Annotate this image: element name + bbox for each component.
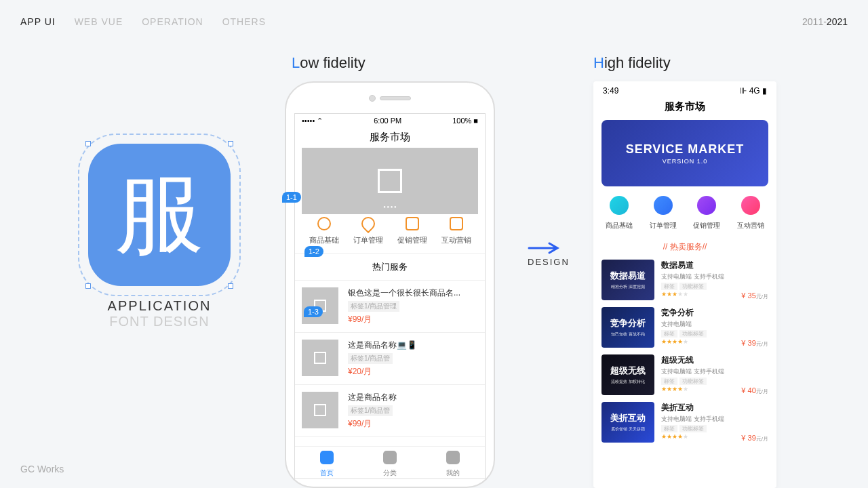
nav-others[interactable]: OTHERS <box>222 16 266 27</box>
service-item[interactable]: 美折互动底价促销 天天拼团美折互动支持电脑端 支持手机端标签功能标签★★★★★¥… <box>601 402 768 443</box>
item-tag: 标签1/商品管理 <box>348 301 399 312</box>
item-price: ¥99/月 <box>348 418 397 430</box>
chat-icon <box>317 217 331 230</box>
item-tag: 标签1/商品管 <box>348 405 393 416</box>
cat-订单管理[interactable]: 订单管理 <box>642 196 686 230</box>
service-list: 数据易道精准分析 深度挖掘数据易道支持电脑端 支持手机端标签功能标签★★★★★¥… <box>593 260 776 443</box>
category-icon <box>654 196 673 215</box>
service-name: 竞争分析 <box>661 307 768 319</box>
tab-category[interactable]: 分类 <box>358 447 421 479</box>
handle-icon <box>85 283 91 289</box>
icon-guides <box>78 134 241 296</box>
app-icon: 服 <box>88 144 231 286</box>
image-icon <box>314 352 326 364</box>
tab-home[interactable]: 首页 <box>295 447 358 479</box>
service-price: ¥ 40元/月 <box>741 386 768 395</box>
cat-互动营销[interactable]: 互动营销 <box>729 196 773 230</box>
page-title: 服务市场 <box>295 128 485 148</box>
item-name: 这是商品名称 <box>348 392 397 403</box>
grid-icon <box>383 451 397 464</box>
year-range: 2011-2021 <box>802 16 848 27</box>
service-thumb: 超级无线流粉提效 加权转化 <box>601 354 654 395</box>
nav-app-ui[interactable]: APP UI <box>20 16 56 27</box>
nav-operation[interactable]: OPERATION <box>142 16 203 27</box>
hero-banner[interactable]: SERVICE MARKET VERSION 1.0 <box>601 120 768 186</box>
marker-1-1: 1-1 <box>282 192 301 203</box>
service-support: 支持电脑端 支持手机端 <box>661 272 768 281</box>
cat-互动营销[interactable]: 互动营销 <box>434 217 478 245</box>
high-fidelity-title: High fidelity <box>593 54 671 72</box>
category-row: 商品基础 订单管理 促销管理 互动营销 <box>295 209 485 254</box>
service-tags: 标签功能标签 <box>661 378 768 385</box>
item-name: 这是商品名称💻📱 <box>348 340 417 351</box>
thumb-placeholder <box>302 340 338 376</box>
service-price: ¥ 35元/月 <box>741 291 768 300</box>
cat-订单管理[interactable]: 订单管理 <box>346 217 390 245</box>
item-name: 银色这是一个很长很长商品名... <box>348 287 460 299</box>
cat-商品基础[interactable]: 商品基础 <box>302 217 346 245</box>
list-item[interactable]: 这是商品名称标签1/商品管¥99/月 <box>295 385 485 437</box>
category-row: 商品基础订单管理促销管理互动营销 <box>593 186 776 237</box>
service-thumb: 数据易道精准分析 深度挖掘 <box>601 260 654 300</box>
lofi-phone: ••••• ⌃6:00 PM100% ■ 服务市场 ● ● ● ● 商品基础 订… <box>285 81 495 488</box>
nav-web-vue[interactable]: WEB VUE <box>75 16 123 27</box>
category-label: 互动营销 <box>737 222 764 229</box>
service-item[interactable]: 超级无线流粉提效 加权转化超级无线支持电脑端 支持手机端标签功能标签★★★★★¥… <box>601 354 768 395</box>
service-thumb: 美折互动底价促销 天天拼团 <box>601 402 654 443</box>
tab-bar: 首页 分类 我的 <box>295 446 485 479</box>
cat-商品基础[interactable]: 商品基础 <box>597 196 642 230</box>
section-title: 热门服务 <box>295 254 485 281</box>
service-item[interactable]: 数据易道精准分析 深度挖掘数据易道支持电脑端 支持手机端标签功能标签★★★★★¥… <box>601 260 768 300</box>
hifi-screen: 3:49⊪ 4G ▮ 服务市场 SERVICE MARKET VERSION 1… <box>593 81 776 488</box>
status-bar: 3:49⊪ 4G ▮ <box>593 81 776 98</box>
category-label: 促销管理 <box>693 222 720 229</box>
service-support: 支持电脑端 支持手机端 <box>661 415 768 424</box>
marker-1-2: 1-2 <box>304 246 323 257</box>
image-icon <box>314 404 326 416</box>
user-icon <box>446 451 460 464</box>
cat-促销管理[interactable]: 促销管理 <box>390 217 434 245</box>
service-tags: 标签功能标签 <box>661 283 768 290</box>
service-item[interactable]: 竞争分析知己知彼 百战不殆竞争分析支持电脑端标签功能标签★★★★★¥ 39元/月 <box>601 307 768 348</box>
status-bar: ••••• ⌃6:00 PM100% ■ <box>295 114 485 128</box>
category-icon <box>697 196 716 215</box>
design-arrow: DESIGN <box>528 241 570 268</box>
low-fidelity-title: Low fidelity <box>292 54 366 72</box>
service-support: 支持电脑端 <box>661 320 768 329</box>
gift-icon <box>406 217 419 230</box>
service-thumb: 竞争分析知己知彼 百战不殆 <box>601 307 654 348</box>
category-icon <box>610 196 629 215</box>
service-name: 美折互动 <box>661 402 768 413</box>
footer-credit: GC Works <box>20 464 64 474</box>
pin-icon <box>358 214 377 233</box>
category-label: 商品基础 <box>606 222 633 229</box>
section-title: 热卖服务 <box>593 237 776 260</box>
cat-促销管理[interactable]: 促销管理 <box>685 196 729 230</box>
lofi-screen: ••••• ⌃6:00 PM100% ■ 服务市场 ● ● ● ● 商品基础 订… <box>294 113 486 479</box>
item-price: ¥20/月 <box>348 366 417 378</box>
thumb-placeholder <box>302 392 338 428</box>
item-tag: 标签1/商品管 <box>348 353 393 364</box>
category-icon <box>741 196 760 215</box>
service-name: 超级无线 <box>661 354 768 366</box>
phone-notch <box>286 83 494 113</box>
tab-mine[interactable]: 我的 <box>422 447 485 479</box>
list-item[interactable]: 银色这是一个很长很长商品名...标签1/商品管理¥99/月 <box>295 281 485 333</box>
service-price: ¥ 39元/月 <box>741 434 768 443</box>
handle-icon <box>228 141 233 146</box>
service-tags: 标签功能标签 <box>661 425 768 432</box>
app-icon-label: APPLICATION FONT DESIGN <box>88 298 231 329</box>
product-list: 银色这是一个很长很长商品名...标签1/商品管理¥99/月这是商品名称💻📱标签1… <box>295 281 485 437</box>
home-icon <box>320 451 334 464</box>
item-price: ¥99/月 <box>348 314 460 325</box>
list-item[interactable]: 这是商品名称💻📱标签1/商品管¥20/月 <box>295 333 485 385</box>
service-tags: 标签功能标签 <box>661 330 768 338</box>
service-support: 支持电脑端 支持手机端 <box>661 367 768 376</box>
calendar-icon <box>450 217 463 230</box>
thumb-placeholder <box>302 287 338 324</box>
category-label: 订单管理 <box>650 222 677 229</box>
page-title: 服务市场 <box>593 98 776 120</box>
marker-1-3: 1-3 <box>304 306 323 317</box>
service-price: ¥ 39元/月 <box>741 339 768 348</box>
handle-icon <box>85 141 91 146</box>
